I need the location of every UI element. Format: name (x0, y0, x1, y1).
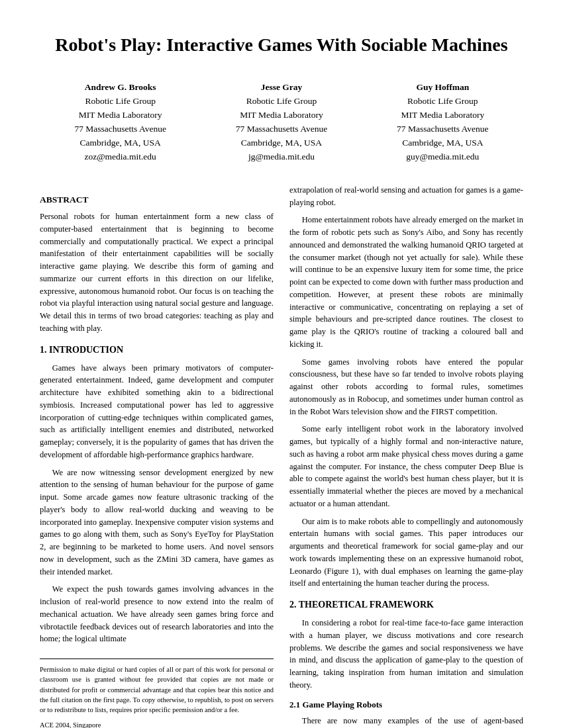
right-para3: Some games involving robots have entered… (289, 356, 523, 418)
author-1-group: Robotic Life Group (74, 95, 166, 109)
main-content: ABSTRACT Personal robots for human enter… (40, 184, 523, 728)
abstract-text: Personal robots for human entertainment … (40, 210, 274, 335)
page-title: Robot's Play: Interactive Games With Soc… (40, 33, 523, 57)
author-3-group: Robotic Life Group (397, 95, 488, 109)
author-3-email: guy@media.mit.edu (397, 150, 488, 164)
author-1-name: Andrew G. Brooks (74, 81, 166, 95)
author-2-lab: MIT Media Laboratory (236, 109, 327, 122)
author-3: Guy Hoffman Robotic Life Group MIT Media… (397, 81, 488, 164)
subsection21-text: There are now many examples of the use o… (289, 715, 523, 728)
author-2: Jesse Gray Robotic Life Group MIT Media … (236, 81, 327, 164)
authors-section: Andrew G. Brooks Robotic Life Group MIT … (40, 81, 523, 164)
right-column: extrapolation of real-world sensing and … (289, 184, 523, 728)
footnote: Permission to make digital or hard copie… (40, 659, 274, 728)
right-para1: extrapolation of real-world sensing and … (289, 184, 523, 209)
footnote-text2: ACE 2004, Singapore (40, 720, 274, 728)
page: Robot's Play: Interactive Games With Soc… (0, 0, 563, 728)
section1-para1: Games have always been primary motivator… (40, 362, 274, 461)
author-2-group: Robotic Life Group (236, 95, 327, 109)
author-2-name: Jesse Gray (236, 81, 327, 95)
section2-intro: In considering a robot for real-time fac… (289, 617, 523, 692)
author-1-lab: MIT Media Laboratory (74, 109, 166, 122)
author-3-lab: MIT Media Laboratory (397, 109, 488, 122)
footnote-text1: Permission to make digital or hard copie… (40, 664, 274, 715)
right-para5: Our aim is to make robots able to compel… (289, 516, 523, 590)
section1-para3: We expect the push towards games involvi… (40, 583, 274, 645)
author-1: Andrew G. Brooks Robotic Life Group MIT … (74, 81, 166, 164)
section2-heading: 2. THEORETICAL FRAMEWORK (289, 598, 523, 612)
author-2-address: 77 Massachusetts Avenue (236, 122, 327, 136)
author-2-email: jg@media.mit.edu (236, 150, 327, 164)
author-1-email: zoz@media.mit.edu (74, 150, 166, 164)
section1-para2: We are now witnessing sensor development… (40, 467, 274, 578)
author-1-address: 77 Massachusetts Avenue (74, 122, 166, 136)
author-2-city: Cambridge, MA, USA (236, 136, 327, 150)
author-3-address: 77 Massachusetts Avenue (397, 122, 488, 136)
author-3-name: Guy Hoffman (397, 81, 488, 95)
author-1-city: Cambridge, MA, USA (74, 136, 166, 150)
section1-heading: 1. INTRODUCTION (40, 343, 274, 357)
left-column: ABSTRACT Personal robots for human enter… (40, 184, 274, 728)
abstract-heading: ABSTRACT (40, 193, 274, 206)
author-3-city: Cambridge, MA, USA (397, 136, 488, 150)
right-para4: Some early intelligent robot work in the… (289, 423, 523, 510)
subsection21-heading: 2.1 Game Playing Robots (289, 698, 523, 711)
right-para2: Home entertainment robots have already e… (289, 214, 523, 350)
